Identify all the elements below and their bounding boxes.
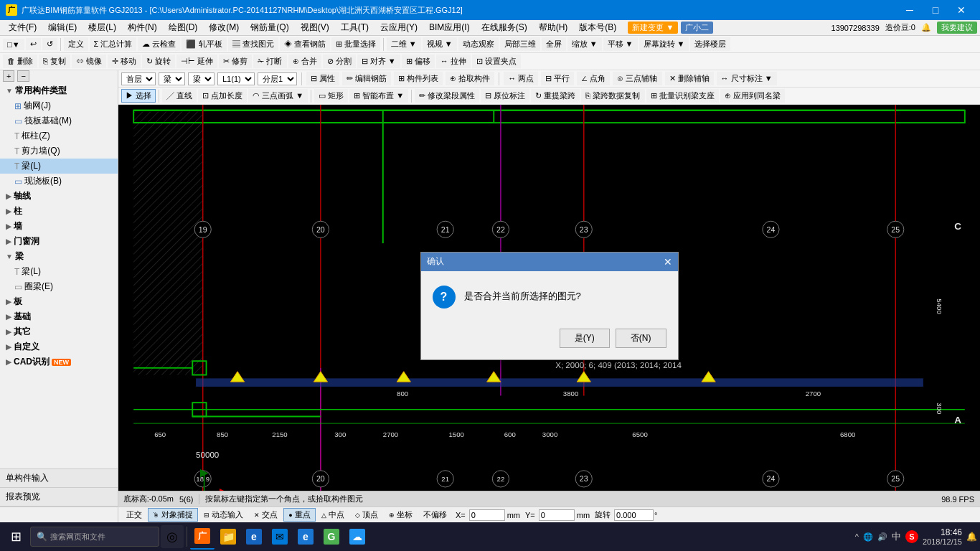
- report-view-btn[interactable]: 报表预览: [0, 488, 118, 507]
- view-rule-btn[interactable]: 视规 ▼: [423, 37, 457, 51]
- task-cortana[interactable]: ◎: [161, 525, 184, 548]
- taskbar-app-active[interactable]: 广: [190, 524, 215, 550]
- trim-btn[interactable]: ✂ 修剪: [219, 55, 252, 68]
- tree-beam-l[interactable]: T 梁(L): [0, 264, 118, 279]
- break-btn[interactable]: ✁ 打断: [253, 55, 286, 68]
- smart-layout-btn[interactable]: ⊞ 智能布置 ▼: [349, 89, 408, 103]
- batch-ident-btn[interactable]: ⊞ 批量识别梁支座: [646, 89, 719, 103]
- tree-beam[interactable]: T 梁(L): [0, 159, 118, 174]
- midpoint-bold-btn[interactable]: ● 重点: [283, 508, 316, 522]
- dialog-close-icon[interactable]: ✕: [664, 256, 672, 268]
- tray-clock[interactable]: 18:46 2018/12/15: [923, 527, 962, 546]
- menu-cloud[interactable]: 云应用(Y): [374, 20, 423, 35]
- move-btn[interactable]: ✛ 移动: [108, 55, 141, 68]
- maximize-button[interactable]: □: [923, 0, 948, 20]
- mirror-btn[interactable]: ⇔ 镜像: [72, 55, 106, 68]
- taskbar-search[interactable]: 🔍 搜索网页和文件: [30, 527, 159, 547]
- tree-shearwall[interactable]: T 剪力墙(Q): [0, 143, 118, 159]
- single-input-btn[interactable]: 单构件输入: [0, 469, 118, 488]
- menu-rebar[interactable]: 钢筋量(Q): [245, 20, 294, 35]
- screen-rotate-btn[interactable]: 屏幕旋转 ▼: [639, 37, 689, 51]
- dynamic-observe-btn[interactable]: 动态观察: [458, 37, 499, 51]
- select-btn[interactable]: ▶ 选择: [121, 89, 156, 103]
- point-angle-btn[interactable]: ∠ 点角: [577, 72, 610, 85]
- tree-gridlines[interactable]: ▶ 轴线: [0, 189, 118, 204]
- calc-btn[interactable]: Σ 汇总计算: [90, 37, 137, 51]
- rect-btn[interactable]: ▭ 矩形: [314, 89, 348, 103]
- split-btn[interactable]: ⊘ 分割: [323, 55, 356, 68]
- point-add-btn[interactable]: ⊡ 点加长度: [198, 89, 247, 103]
- vertex-btn[interactable]: ◇ 顶点: [350, 508, 383, 522]
- new-change-btn[interactable]: 新建变更 ▼: [628, 22, 678, 34]
- extend-btn[interactable]: ⊣⊢ 延伸: [176, 55, 217, 68]
- intersect-btn[interactable]: ✕ 交点: [249, 508, 283, 522]
- tree-column[interactable]: T 框柱(Z): [0, 128, 118, 143]
- delete-btn[interactable]: 🗑 删除: [3, 55, 37, 68]
- layer-select[interactable]: 分层1: [258, 72, 297, 85]
- minimize-button[interactable]: ─: [897, 0, 923, 20]
- dialog-yes-button[interactable]: 是(Y): [560, 329, 610, 348]
- select-floor-btn[interactable]: 选择楼层: [690, 37, 730, 51]
- define-btn[interactable]: 定义: [64, 37, 88, 51]
- rotate-btn[interactable]: ↻ 旋转: [142, 55, 175, 68]
- pan-btn[interactable]: 平移 ▼: [603, 37, 638, 51]
- tree-common-types[interactable]: ▼ 常用构件类型: [0, 83, 118, 98]
- tree-foundation[interactable]: ▶ 基础: [0, 309, 118, 324]
- undo-btn[interactable]: ↩: [26, 38, 41, 50]
- pick-member-btn[interactable]: ⊕ 拾取构件: [446, 72, 494, 85]
- menu-modify[interactable]: 修改(M): [203, 20, 245, 35]
- local-3d-btn[interactable]: 局部三维: [500, 37, 540, 51]
- tree-beam-group[interactable]: ▼ 梁: [0, 249, 118, 264]
- menu-help[interactable]: 帮助(H): [533, 20, 574, 35]
- no-deviation-btn[interactable]: 不偏移: [418, 508, 452, 522]
- find-elem-btn[interactable]: ▤ 查找图元: [228, 37, 278, 51]
- modify-beam-btn[interactable]: ✏ 修改梁段属性: [415, 89, 479, 103]
- orthogonal-btn[interactable]: 正交: [121, 508, 147, 522]
- menu-online[interactable]: 在线服务(S): [476, 20, 533, 35]
- tree-ringbeam[interactable]: ▭ 圈梁(E): [0, 279, 118, 294]
- three-point-btn[interactable]: ⊙ 三点辅轴: [613, 72, 661, 85]
- offset-btn[interactable]: ⊞ 偏移: [402, 55, 435, 68]
- rotate-input[interactable]: [614, 509, 654, 521]
- del-aux-btn[interactable]: ✕ 删除辅轴: [665, 72, 714, 85]
- set-grip-btn[interactable]: ⊡ 设置夹点: [472, 55, 521, 68]
- add-member-btn[interactable]: +: [3, 70, 14, 82]
- tray-notification-bell[interactable]: 🔔: [966, 532, 977, 542]
- menu-view[interactable]: 视图(V): [295, 20, 335, 35]
- menu-version[interactable]: 版本号(B): [573, 20, 622, 35]
- start-button[interactable]: ⊞: [3, 524, 29, 550]
- tree-other[interactable]: ▶ 其它: [0, 324, 118, 339]
- property-btn[interactable]: ⊟ 属性: [306, 72, 339, 85]
- fullscreen-btn[interactable]: 全屏: [542, 37, 566, 51]
- menu-edit[interactable]: 编辑(E): [42, 20, 83, 35]
- line-btn[interactable]: ╱ 直线: [162, 89, 197, 103]
- canvas-area[interactable]: 19 20 21 22 23 24 25 18 9 20 21 22 23 24…: [118, 105, 980, 507]
- align-btn[interactable]: ⊟ 对齐 ▼: [357, 55, 400, 68]
- taskbar-cloud[interactable]: ☁: [345, 524, 369, 550]
- merge-btn[interactable]: ⊕ 合并: [288, 55, 321, 68]
- beam-copy-btn[interactable]: ⎘ 梁跨数据复制: [581, 89, 644, 103]
- menu-member[interactable]: 构件(N): [122, 20, 163, 35]
- copy-btn[interactable]: ⎘ 复制: [39, 55, 70, 68]
- close-button[interactable]: ✕: [948, 0, 974, 20]
- tree-raft[interactable]: ▭ 筏板基础(M): [0, 113, 118, 128]
- sub-member-btn[interactable]: −: [17, 70, 29, 82]
- tree-door-window[interactable]: ▶ 门窗洞: [0, 234, 118, 249]
- tree-slab[interactable]: ▭ 现浇板(B): [0, 174, 118, 189]
- two-points-btn[interactable]: ↔ 两点: [504, 72, 538, 85]
- taskbar-g[interactable]: G: [319, 524, 344, 550]
- tree-cad[interactable]: ▶ CAD识别 NEW: [0, 354, 118, 369]
- menu-tools[interactable]: 工具(T): [335, 20, 374, 35]
- member-list-btn[interactable]: ⊞ 构件列表: [394, 72, 443, 85]
- dynamic-input-btn[interactable]: ⊟ 动态输入: [199, 508, 248, 522]
- y-coord-input[interactable]: [539, 509, 575, 521]
- tree-col[interactable]: ▶ 柱: [0, 204, 118, 219]
- dim-mark-btn[interactable]: ↔ 尺寸标注 ▼: [717, 72, 777, 85]
- redo-btn[interactable]: ↺: [42, 38, 57, 50]
- zoom-btn[interactable]: 缩放 ▼: [567, 37, 602, 51]
- bell-icon[interactable]: 🔔: [921, 23, 931, 32]
- build-suggestion-btn[interactable]: 我要建议: [937, 22, 977, 34]
- parallel-btn[interactable]: ⊟ 平行: [541, 72, 574, 85]
- tree-custom[interactable]: ▶ 自定义: [0, 339, 118, 354]
- tree-axis[interactable]: ⊞ 轴网(J): [0, 98, 118, 113]
